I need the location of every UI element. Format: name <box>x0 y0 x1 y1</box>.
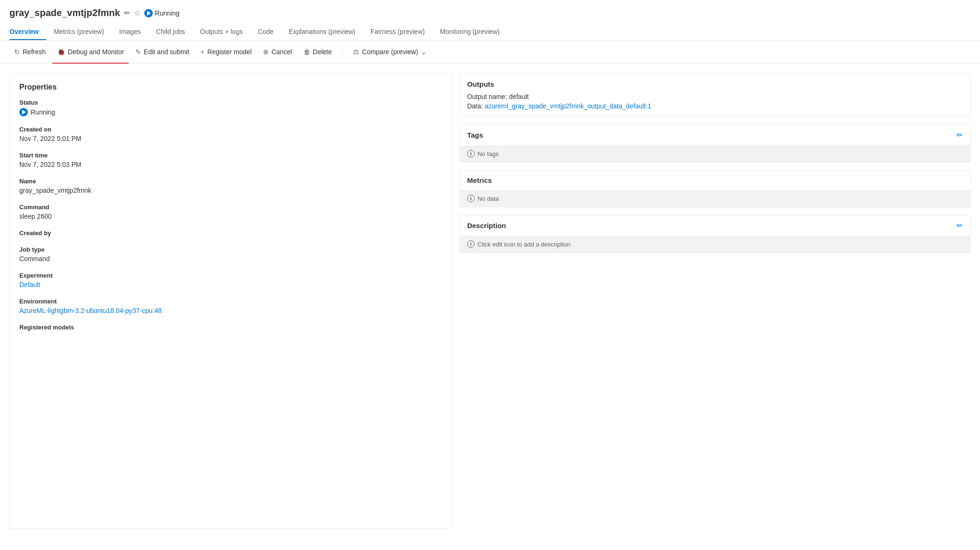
prop-environment-link[interactable]: AzureML-lightgbm-3.2-ubuntu18.04-py37-cp… <box>19 307 162 314</box>
edit-title-icon[interactable]: ✏ <box>124 8 130 17</box>
tab-overview[interactable]: Overview <box>9 24 46 40</box>
tags-card: Tags ✏ i No tags <box>459 124 971 163</box>
prop-name-label: Name <box>19 178 442 185</box>
main-content: Properties Status Running Created on Nov… <box>0 64 980 538</box>
tab-child-jobs[interactable]: Child jobs <box>148 24 192 40</box>
tab-fairness[interactable]: Fairness (preview) <box>363 24 432 40</box>
properties-title: Properties <box>19 83 442 91</box>
toolbar-divider <box>342 46 343 57</box>
tab-outputs-logs[interactable]: Outputs + logs <box>192 24 250 40</box>
prop-environment-label: Environment <box>19 298 442 305</box>
tab-code[interactable]: Code <box>250 24 281 40</box>
refresh-button[interactable]: ↻ Refresh <box>9 45 50 58</box>
description-empty-row: i Click edit icon to add a description <box>467 240 963 248</box>
edit-submit-button[interactable]: ✎ Edit and submit <box>131 45 194 58</box>
prop-experiment-link[interactable]: Default <box>19 281 40 288</box>
page-title: gray_spade_vmtjp2fmnk <box>9 8 120 18</box>
prop-experiment-label: Experiment <box>19 272 442 279</box>
prop-name: Name gray_spade_vmtjp2fmnk <box>19 178 442 194</box>
prop-status: Status Running <box>19 99 442 116</box>
compare-button[interactable]: ⚖ Compare (preview) ⌄ <box>348 45 431 58</box>
prop-created-on-value: Nov 7, 2022 5:01 PM <box>19 135 442 142</box>
compare-icon: ⚖ <box>353 48 359 56</box>
output-name-label: Output name: default <box>467 93 529 100</box>
tab-bar: Overview Metrics (preview) Images Child … <box>9 24 971 40</box>
prop-command: Command sleep 2600 <box>19 204 442 220</box>
metrics-empty-row: i No data <box>467 195 963 202</box>
description-info-icon: i <box>467 240 475 248</box>
prop-name-value: gray_spade_vmtjp2fmnk <box>19 187 442 194</box>
tags-info-icon: i <box>467 150 475 157</box>
chevron-down-icon: ⌄ <box>421 48 427 56</box>
output-data-label: Data: <box>467 102 483 110</box>
status-badge: Running <box>144 9 180 17</box>
metrics-card-body: i No data <box>460 190 970 207</box>
metrics-title: Metrics <box>467 176 492 184</box>
tab-monitoring[interactable]: Monitoring (preview) <box>432 24 507 40</box>
prop-command-label: Command <box>19 204 442 211</box>
prop-registered-models-label: Registered models <box>19 324 442 331</box>
debug-icon: 🐞 <box>57 48 65 56</box>
pencil-icon: ✎ <box>135 48 141 56</box>
prop-created-by: Created by <box>19 230 442 237</box>
status-text: Running <box>155 9 180 17</box>
prop-experiment: Experiment Default <box>19 272 442 288</box>
tags-title: Tags <box>467 131 483 139</box>
output-name-row: Output name: default <box>467 93 963 100</box>
prop-status-value: Running <box>19 108 442 116</box>
tags-card-header: Tags ✏ <box>460 125 970 145</box>
description-edit-icon[interactable]: ✏ <box>956 221 963 230</box>
prop-created-on: Created on Nov 7, 2022 5:01 PM <box>19 126 442 142</box>
debug-monitor-button[interactable]: 🐞 Debug and Monitor <box>52 45 129 58</box>
cancel-icon: ⊗ <box>263 48 269 56</box>
title-row: gray_spade_vmtjp2fmnk ✏ ☆ Running <box>9 8 971 18</box>
prop-status-text: Running <box>31 108 55 116</box>
running-icon <box>144 9 153 17</box>
register-model-button[interactable]: + Register model <box>196 45 256 58</box>
tab-explanations[interactable]: Explanations (preview) <box>281 24 363 40</box>
outputs-title: Outputs <box>467 80 963 88</box>
toolbar: ↻ Refresh 🐞 Debug and Monitor ✎ Edit and… <box>0 41 980 64</box>
description-card: Description ✏ i Click edit icon to add a… <box>459 215 971 253</box>
tags-edit-icon[interactable]: ✏ <box>956 131 963 140</box>
description-empty-message: Click edit icon to add a description <box>478 241 570 248</box>
prop-running-icon <box>19 108 28 116</box>
refresh-icon: ↻ <box>14 48 20 56</box>
page-header: gray_spade_vmtjp2fmnk ✏ ☆ Running Overvi… <box>0 0 980 41</box>
description-card-body: i Click edit icon to add a description <box>460 236 970 253</box>
prop-job-type-value: Command <box>19 255 442 263</box>
description-card-header: Description ✏ <box>460 215 970 236</box>
right-panel: Outputs Output name: default Data: azure… <box>459 73 971 529</box>
tags-empty-row: i No tags <box>467 150 963 157</box>
prop-start-time-label: Start time <box>19 152 442 159</box>
plus-icon: + <box>201 48 205 56</box>
delete-button[interactable]: 🗑 Delete <box>299 45 337 58</box>
prop-job-type: Job type Command <box>19 246 442 263</box>
metrics-card-header: Metrics <box>460 171 970 190</box>
prop-registered-models: Registered models <box>19 324 442 331</box>
output-data-link[interactable]: azureml_gray_spade_vmtjp2fmnk_output_dat… <box>485 102 651 110</box>
prop-job-type-label: Job type <box>19 246 442 253</box>
metrics-empty-message: No data <box>478 195 499 202</box>
prop-environment: Environment AzureML-lightgbm-3.2-ubuntu1… <box>19 298 442 314</box>
delete-icon: 🗑 <box>304 48 310 56</box>
prop-created-by-label: Created by <box>19 230 442 237</box>
star-icon[interactable]: ☆ <box>134 8 140 17</box>
metrics-card: Metrics i No data <box>459 170 971 207</box>
tags-empty-message: No tags <box>478 150 499 157</box>
properties-panel: Properties Status Running Created on Nov… <box>9 73 452 529</box>
prop-created-on-label: Created on <box>19 126 442 133</box>
prop-command-value: sleep 2600 <box>19 213 442 220</box>
tags-card-body: i No tags <box>460 145 970 162</box>
output-data-row: Data: azureml_gray_spade_vmtjp2fmnk_outp… <box>467 102 963 110</box>
tab-metrics[interactable]: Metrics (preview) <box>46 24 112 40</box>
tab-images[interactable]: Images <box>112 24 148 40</box>
prop-status-label: Status <box>19 99 442 106</box>
outputs-card: Outputs Output name: default Data: azure… <box>459 73 971 117</box>
metrics-info-icon: i <box>467 195 475 202</box>
prop-start-time-value: Nov 7, 2022 5:03 PM <box>19 161 442 168</box>
cancel-button[interactable]: ⊗ Cancel <box>258 45 297 58</box>
description-title: Description <box>467 222 506 230</box>
prop-start-time: Start time Nov 7, 2022 5:03 PM <box>19 152 442 168</box>
